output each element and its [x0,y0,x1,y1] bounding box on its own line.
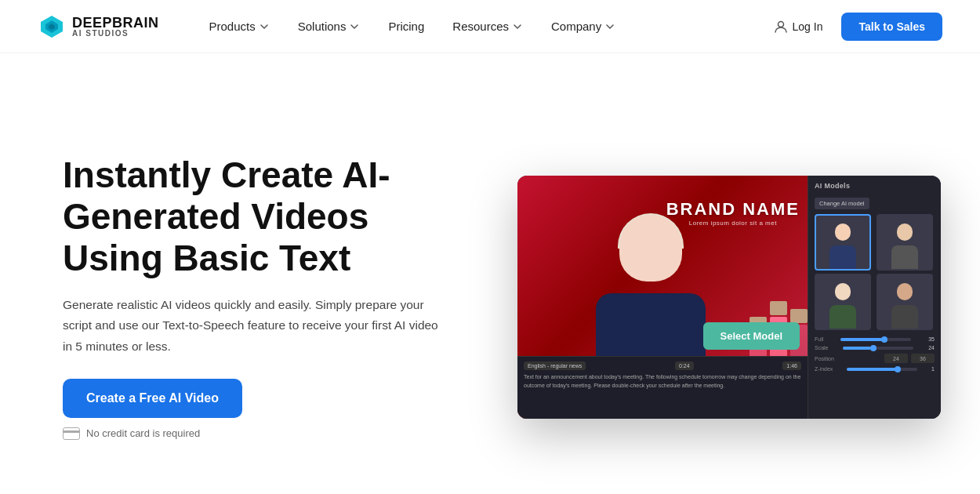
model-figure-3 [827,282,858,329]
ctrl-position-label: Position [815,356,834,361]
language-tag: English - regular news [524,361,586,370]
hero-title: Instantly Create AI-Generated Videos Usi… [63,154,470,279]
brand-name-text: BRAND NAME [666,199,800,220]
hero-left: Instantly Create AI-Generated Videos Usi… [63,154,470,440]
ctrl-fill [843,347,871,350]
talk-to-sales-button[interactable]: Talk to Sales [841,13,942,41]
no-credit-notice: No credit card is required [63,427,470,440]
mockup-editor-bar: English - regular news 0:24 1:46 Text fo… [517,356,808,419]
control-full-row: Full 35 [815,336,935,342]
model-thumb-2[interactable] [877,214,933,271]
ctrl-zindex-label: Z-index [815,366,833,372]
create-free-video-button[interactable]: Create a Free AI Video [63,379,242,418]
hero-section: Instantly Create AI-Generated Videos Usi… [0,53,980,494]
ctrl-zindex-value: 1 [931,366,935,372]
position-y-input[interactable]: 36 [911,354,935,363]
chevron-down-icon [259,21,270,32]
time-tag-2: 1:46 [782,361,801,370]
nav-links: Products Solutions Pricing Resources Com… [197,13,761,39]
ctrl-fill [840,338,883,341]
control-scale-row: Scale 24 [815,345,935,351]
ctrl-scale-label: Scale [815,345,829,351]
credit-card-icon [63,427,80,440]
ctrl-full-bar[interactable] [840,338,911,341]
ctrl-dot [895,366,901,372]
position-inputs: 24 36 [884,354,935,363]
hero-cta: Create a Free AI Video No credit card is… [63,379,470,440]
login-button[interactable]: Log In [761,13,836,40]
product-mockup: BRAND NAME Lorem ipsum dolor sit a met [517,176,941,419]
chevron-down-icon [512,21,523,32]
position-x-input[interactable]: 24 [884,354,908,363]
model-figure-1 [827,222,858,269]
ctrl-full-value: 35 [928,336,935,342]
ctrl-dot [870,345,877,351]
select-model-button[interactable]: Select Model [703,322,800,350]
brand-subtitle-text: Lorem ipsum dolor sit a met [666,220,800,227]
nav-item-pricing[interactable]: Pricing [376,13,437,39]
script-text: Text for an announcement about today's m… [524,373,801,390]
nav-item-solutions[interactable]: Solutions [285,13,373,39]
lipstick-cap [770,301,787,315]
ctrl-scale-bar[interactable] [843,347,913,350]
logo-icon [38,13,66,41]
hero-right: BRAND NAME Lorem ipsum dolor sit a met [517,176,941,419]
model-thumb-3[interactable] [815,274,871,330]
nav-item-products[interactable]: Products [197,13,282,39]
ctrl-full-label: Full [815,336,823,342]
brand-overlay: BRAND NAME Lorem ipsum dolor sit a met [666,199,800,227]
chevron-down-icon [604,21,615,32]
nav-actions: Log In Talk to Sales [761,13,943,41]
control-position-row: Position 24 36 [815,354,935,363]
editor-bar-top-row: English - regular news 0:24 1:46 [524,361,801,370]
ctrl-dot [881,336,887,343]
time-tag-1: 0:24 [675,361,694,370]
user-icon [774,20,788,34]
chevron-down-icon [349,21,360,32]
logo[interactable]: DEEPBRAIN AI STUDIOS [38,13,159,41]
ai-models-sidebar: AI Models Change AI model [808,176,941,419]
navbar: DEEPBRAIN AI STUDIOS Products Solutions … [0,0,980,53]
ctrl-zindex-bar[interactable] [847,368,917,371]
lipstick-cap [790,309,808,323]
hero-subtitle: Generate realistic AI videos quickly and… [63,295,439,357]
sidebar-title: AI Models [815,182,935,190]
model-figure-4 [889,282,920,329]
nav-item-company[interactable]: Company [539,13,628,39]
model-thumb-1[interactable] [815,214,871,271]
svg-point-3 [778,21,783,27]
logo-text: DEEPBRAIN AI STUDIOS [72,16,159,38]
model-thumb-4[interactable] [877,274,933,330]
logo-aistudios: AI STUDIOS [72,30,159,38]
ctrl-fill [847,368,896,371]
logo-deepbrain: DEEPBRAIN [72,16,159,30]
control-zindex-row: Z-index 1 [815,366,935,372]
change-model-btn[interactable]: Change AI model [815,198,869,209]
model-figure-2 [889,222,920,269]
nav-item-resources[interactable]: Resources [440,13,535,39]
ctrl-scale-value: 24 [928,345,935,351]
model-grid [815,214,935,330]
